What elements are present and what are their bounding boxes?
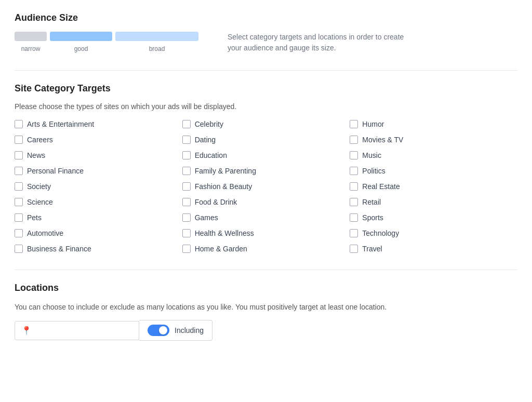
bar-broad-label: broad (149, 45, 165, 52)
location-input-row: 📍 Including (15, 320, 517, 341)
checkbox-education[interactable] (182, 151, 191, 159)
bar-broad (115, 32, 198, 44)
bar-good (50, 32, 112, 44)
category-arts[interactable]: Arts & Entertainment (15, 120, 182, 128)
label-home-garden: Home & Garden (195, 245, 247, 253)
category-news[interactable]: News (15, 151, 182, 159)
category-food-drink[interactable]: Food & Drink (182, 198, 350, 206)
audience-bars (15, 32, 198, 44)
category-automotive[interactable]: Automotive (15, 229, 182, 237)
label-dating: Dating (195, 136, 216, 144)
label-retail: Retail (362, 198, 381, 206)
category-home-garden[interactable]: Home & Garden (182, 245, 350, 253)
category-travel[interactable]: Travel (350, 245, 517, 253)
category-celebrity[interactable]: Celebrity (182, 120, 350, 128)
category-music[interactable]: Music (350, 151, 517, 159)
category-humor[interactable]: Humor (350, 120, 517, 128)
category-society[interactable]: Society (15, 182, 182, 191)
checkbox-business-finance[interactable] (15, 245, 23, 253)
category-education[interactable]: Education (182, 151, 350, 159)
locations-description: You can choose to include or exclude as … (15, 302, 517, 313)
label-careers: Careers (27, 136, 53, 144)
checkbox-food-drink[interactable] (182, 198, 191, 206)
checkbox-personal-finance[interactable] (15, 167, 23, 175)
category-business-finance[interactable]: Business & Finance (15, 245, 182, 253)
location-pin-icon: 📍 (21, 326, 32, 336)
divider-2 (15, 270, 517, 270)
categories-grid: Arts & Entertainment Celebrity Humor Car… (15, 120, 517, 253)
checkbox-pets[interactable] (15, 213, 23, 222)
location-input-wrapper: 📍 (15, 321, 139, 340)
label-food-drink: Food & Drink (195, 198, 237, 206)
label-celebrity: Celebrity (195, 120, 223, 128)
category-dating[interactable]: Dating (182, 136, 350, 144)
label-real-estate: Real Estate (362, 182, 400, 191)
category-health-wellness[interactable]: Health & Wellness (182, 229, 350, 237)
checkbox-humor[interactable] (350, 120, 358, 128)
label-automotive: Automotive (27, 229, 63, 237)
category-fashion-beauty[interactable]: Fashion & Beauty (182, 182, 350, 191)
category-movies-tv[interactable]: Movies & TV (350, 136, 517, 144)
checkbox-society[interactable] (15, 182, 23, 191)
toggle-label: Including (175, 326, 204, 334)
category-personal-finance[interactable]: Personal Finance (15, 167, 182, 175)
checkbox-games[interactable] (182, 213, 191, 222)
category-pets[interactable]: Pets (15, 213, 182, 222)
site-category-section: Site Category Targets Please choose the … (15, 83, 517, 253)
label-music: Music (362, 151, 381, 159)
checkbox-sports[interactable] (350, 213, 358, 222)
toggle-section: Including (139, 320, 212, 341)
checkbox-politics[interactable] (350, 167, 358, 175)
bar-narrow-label: narrow (21, 45, 41, 52)
checkbox-automotive[interactable] (15, 229, 23, 237)
label-science: Science (27, 198, 53, 206)
label-society: Society (27, 182, 51, 191)
location-search-input[interactable] (35, 326, 132, 334)
category-sports[interactable]: Sports (350, 213, 517, 222)
checkbox-fashion-beauty[interactable] (182, 182, 191, 191)
label-travel: Travel (362, 245, 382, 253)
include-exclude-toggle[interactable] (148, 325, 169, 336)
category-games[interactable]: Games (182, 213, 350, 222)
label-politics: Politics (362, 167, 385, 175)
checkbox-movies-tv[interactable] (350, 136, 358, 144)
locations-title: Locations (15, 283, 517, 293)
label-movies-tv: Movies & TV (362, 136, 403, 144)
checkbox-celebrity[interactable] (182, 120, 191, 128)
label-personal-finance: Personal Finance (27, 167, 84, 175)
category-careers[interactable]: Careers (15, 136, 182, 144)
audience-description: Select category targets and locations in… (228, 32, 415, 53)
checkbox-music[interactable] (350, 151, 358, 159)
category-real-estate[interactable]: Real Estate (350, 182, 517, 191)
checkbox-dating[interactable] (182, 136, 191, 144)
category-family-parenting[interactable]: Family & Parenting (182, 167, 350, 175)
label-games: Games (195, 213, 218, 222)
toggle-track (148, 325, 169, 336)
checkbox-family-parenting[interactable] (182, 167, 191, 175)
category-science[interactable]: Science (15, 198, 182, 206)
site-category-title: Site Category Targets (15, 83, 517, 94)
label-business-finance: Business & Finance (27, 245, 91, 253)
checkbox-real-estate[interactable] (350, 182, 358, 191)
checkbox-retail[interactable] (350, 198, 358, 206)
toggle-thumb (159, 326, 167, 334)
category-retail[interactable]: Retail (350, 198, 517, 206)
category-politics[interactable]: Politics (350, 167, 517, 175)
bar-narrow (15, 32, 47, 44)
checkbox-careers[interactable] (15, 136, 23, 144)
category-technology[interactable]: Technology (350, 229, 517, 237)
checkbox-science[interactable] (15, 198, 23, 206)
checkbox-home-garden[interactable] (182, 245, 191, 253)
checkbox-travel[interactable] (350, 245, 358, 253)
locations-section: Locations You can choose to include or e… (15, 283, 517, 341)
checkbox-news[interactable] (15, 151, 23, 159)
label-pets: Pets (27, 213, 42, 222)
label-education: Education (195, 151, 227, 159)
checkbox-health-wellness[interactable] (182, 229, 191, 237)
label-humor: Humor (362, 120, 384, 128)
bar-good-label: good (74, 45, 88, 52)
checkbox-arts[interactable] (15, 120, 23, 128)
label-news: News (27, 151, 45, 159)
label-sports: Sports (362, 213, 383, 222)
checkbox-technology[interactable] (350, 229, 358, 237)
